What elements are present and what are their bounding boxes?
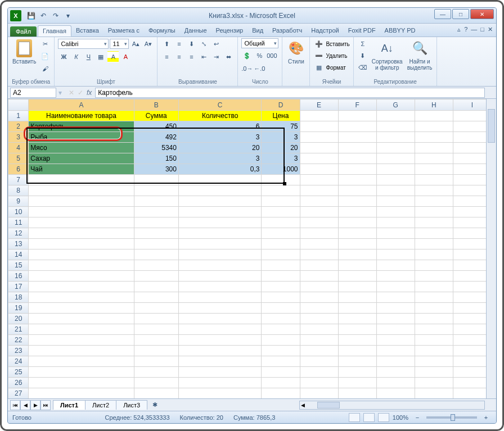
row-header-21[interactable]: 21 — [8, 324, 29, 335]
row-header-19[interactable]: 19 — [8, 303, 29, 314]
format-cells-button[interactable]: ▦Формат — [313, 62, 346, 73]
sheet-nav-prev[interactable]: ◀ — [20, 400, 30, 410]
col-header-C[interactable]: C — [178, 99, 262, 111]
decrease-indent-button[interactable]: ⇤ — [198, 51, 209, 62]
name-box[interactable]: A2 — [10, 88, 56, 98]
header-cell[interactable]: Количество — [178, 111, 262, 121]
row-header-4[interactable]: 4 — [8, 143, 29, 153]
align-center-button[interactable]: ≡ — [173, 51, 184, 62]
qat-save[interactable]: 💾 — [26, 11, 36, 21]
view-normal-button[interactable] — [349, 413, 360, 422]
tab-данные[interactable]: Данные — [180, 25, 212, 37]
row-header-10[interactable]: 10 — [8, 207, 29, 217]
tab-надстрой[interactable]: Надстрой — [307, 25, 343, 37]
row-header-13[interactable]: 13 — [8, 239, 29, 249]
col-header-H[interactable]: H — [415, 99, 453, 111]
cell-C6[interactable]: 0,3 — [178, 164, 262, 175]
header-cell[interactable]: Цена — [262, 111, 300, 121]
tab-abbyy pd[interactable]: ABBYY PD — [380, 25, 420, 37]
clear-button[interactable]: ⌫ — [357, 62, 368, 73]
cell-B2[interactable]: 450 — [134, 121, 178, 132]
decrease-decimal-button[interactable]: ←.0 — [254, 63, 265, 74]
autosum-button[interactable]: Σ — [357, 38, 368, 49]
zoom-out-button[interactable]: − — [412, 412, 423, 423]
tab-разметка с[interactable]: Разметка с — [104, 25, 144, 37]
view-pagebreak-button[interactable] — [378, 413, 389, 422]
align-middle-button[interactable]: ≡ — [173, 38, 184, 49]
row-header-15[interactable]: 15 — [8, 260, 29, 271]
row-header-8[interactable]: 8 — [8, 185, 29, 196]
cell-A4[interactable]: Мясо — [29, 143, 134, 153]
align-left-button[interactable]: ≡ — [161, 51, 172, 62]
col-header-B[interactable]: B — [134, 99, 178, 111]
row-header-2[interactable]: 2 — [8, 121, 29, 132]
align-top-button[interactable]: ⬆ — [161, 38, 172, 49]
cell-C3[interactable]: 3 — [178, 132, 262, 143]
fill-button[interactable]: ⬇ — [357, 50, 368, 61]
copy-button[interactable]: 📄 — [39, 51, 51, 62]
currency-button[interactable]: 💲 — [241, 50, 253, 61]
qat-redo[interactable]: ↷ — [51, 11, 61, 21]
row-header-26[interactable]: 26 — [8, 378, 29, 388]
header-cell[interactable]: Сумма — [134, 111, 178, 121]
cell-C2[interactable]: 6 — [178, 121, 262, 132]
cell-A6[interactable]: Чай — [29, 164, 134, 175]
col-header-G[interactable]: G — [376, 99, 415, 111]
row-header-18[interactable]: 18 — [8, 292, 29, 303]
fx-button[interactable]: fx — [87, 89, 92, 97]
merge-button[interactable]: ⬌ — [223, 51, 234, 62]
cell-A3[interactable]: Рыба — [29, 132, 134, 143]
minimize-button[interactable]: — — [434, 9, 451, 19]
row-header-5[interactable]: 5 — [8, 153, 29, 164]
tab-главная[interactable]: Главная — [38, 25, 71, 37]
cell-A5[interactable]: Сахар — [29, 153, 134, 164]
row-header-22[interactable]: 22 — [8, 335, 29, 346]
border-button[interactable]: ▦ — [95, 51, 106, 62]
increase-font-button[interactable]: A▴ — [130, 38, 141, 49]
sheet-nav-next[interactable]: ▶ — [30, 400, 40, 410]
cell-D2[interactable]: 75 — [262, 121, 300, 132]
maximize-button[interactable]: □ — [452, 9, 469, 19]
fill-color-button[interactable]: A — [107, 51, 119, 62]
row-header-20[interactable]: 20 — [8, 314, 29, 324]
col-header-D[interactable]: D — [262, 99, 300, 111]
sheet-nav-first[interactable]: ⏮ — [10, 400, 20, 410]
row-header-25[interactable]: 25 — [8, 367, 29, 378]
view-layout-button[interactable] — [363, 413, 375, 422]
underline-button[interactable]: Ч — [83, 51, 94, 62]
sheet-tab-Лист1[interactable]: Лист1 — [53, 400, 86, 410]
qat-more[interactable]: ▾ — [63, 11, 73, 21]
cell-D4[interactable]: 20 — [262, 143, 300, 153]
cell-D6[interactable]: 1000 — [262, 164, 300, 175]
percent-button[interactable]: % — [254, 50, 265, 61]
zoom-slider[interactable] — [426, 416, 477, 419]
cell-B5[interactable]: 150 — [134, 153, 178, 164]
cell-D5[interactable]: 3 — [262, 153, 300, 164]
row-header-3[interactable]: 3 — [8, 132, 29, 143]
comma-button[interactable]: 000 — [266, 50, 277, 61]
row-header-7[interactable]: 7 — [8, 175, 29, 185]
header-cell[interactable]: Наименование товара — [29, 111, 134, 121]
row-header-12[interactable]: 12 — [8, 228, 29, 239]
select-all-corner[interactable] — [8, 99, 29, 111]
font-name-combo[interactable]: Calibri — [58, 39, 109, 49]
font-size-combo[interactable]: 11 — [110, 39, 129, 49]
insert-cells-button[interactable]: ➕Вставить — [313, 38, 349, 49]
sort-filter-button[interactable]: A↓ Сортировка и фильтр — [371, 38, 404, 72]
increase-indent-button[interactable]: ⇥ — [210, 51, 222, 62]
ribbon-minimize-icon[interactable]: ▵ — [457, 26, 461, 33]
styles-button[interactable]: 🎨 Стили — [286, 38, 306, 66]
font-color-button[interactable]: A — [120, 51, 131, 62]
close-button[interactable]: ✕ — [470, 9, 494, 19]
tab-вставка[interactable]: Вставка — [71, 25, 104, 37]
sheet-tab-Лист2[interactable]: Лист2 — [85, 400, 116, 410]
row-header-16[interactable]: 16 — [8, 271, 29, 282]
doc-restore-icon[interactable]: □ — [480, 26, 484, 33]
doc-minimize-icon[interactable]: — — [471, 26, 477, 33]
align-right-button[interactable]: ≡ — [186, 51, 197, 62]
cell-C5[interactable]: 3 — [178, 153, 262, 164]
cell-B4[interactable]: 5340 — [134, 143, 178, 153]
wrap-text-button[interactable]: ↩ — [210, 38, 222, 49]
horizontal-scrollbar[interactable]: ◀ — [299, 401, 485, 410]
help-icon[interactable]: ? — [464, 26, 467, 33]
